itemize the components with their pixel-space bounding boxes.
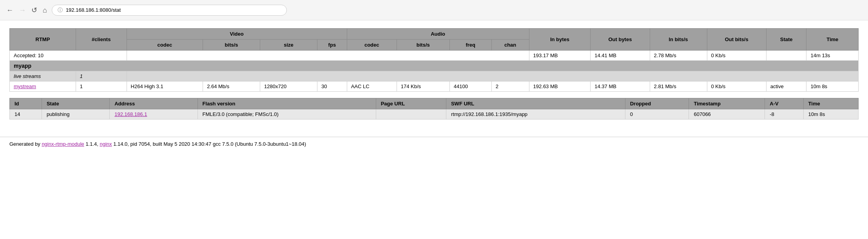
back-button[interactable]: ← xyxy=(6,7,13,14)
stream-vsize: 1280x720 xyxy=(260,81,317,92)
stream-inbits: 2.81 Mb/s xyxy=(650,81,707,92)
th-outbits: Out bits/s xyxy=(707,29,766,51)
footer-text3: 1.14.0, pid 7054, built May 5 2020 14:30… xyxy=(112,141,306,147)
forward-button[interactable]: → xyxy=(19,7,26,14)
footer: Generated by nginx-rtmp-module 1.1.4, ng… xyxy=(0,137,868,151)
th-vbits: bits/s xyxy=(203,40,260,51)
clients-table: Id State Address Flash version Page URL … xyxy=(9,98,859,120)
accepted-state xyxy=(766,51,806,61)
stream-outbits: 0 Kb/s xyxy=(707,81,766,92)
accepted-spacer xyxy=(127,51,529,61)
stream-abits: 174 Kb/s xyxy=(397,81,449,92)
client-av: -8 xyxy=(765,109,803,120)
address-bar[interactable]: ⓘ xyxy=(52,5,287,16)
th-inbytes: In bytes xyxy=(529,29,591,51)
stream-afreq: 44100 xyxy=(449,81,491,92)
footer-link2[interactable]: nginx xyxy=(100,141,112,147)
nav-buttons: ← → ↺ ⌂ xyxy=(6,7,47,14)
footer-text2: 1.1.4, xyxy=(84,141,100,147)
cth-time: Time xyxy=(803,98,858,109)
client-pageurl xyxy=(376,109,446,120)
cth-flash: Flash version xyxy=(198,98,376,109)
accepted-outbits: 0 Kb/s xyxy=(707,51,766,61)
footer-text1: Generated by xyxy=(9,141,42,147)
th-video: Video xyxy=(127,29,347,40)
th-state: State xyxy=(766,29,806,51)
livestreams-spacer xyxy=(127,71,858,81)
accepted-row: Accepted: 10 193.17 MB 14.41 MB 2.78 Mb/… xyxy=(10,51,859,61)
th-acodec: codec xyxy=(347,40,397,51)
myapp-label: myapp xyxy=(10,61,859,71)
cth-swfurl: SWF URL xyxy=(446,98,625,109)
url-input[interactable] xyxy=(66,7,281,13)
accepted-outbytes: 14.41 MB xyxy=(591,51,650,61)
th-vsize: size xyxy=(260,40,317,51)
stream-name[interactable]: mystream xyxy=(10,81,76,92)
stream-time: 10m 8s xyxy=(806,81,859,92)
home-button[interactable]: ⌂ xyxy=(43,7,47,14)
footer-link1[interactable]: nginx-rtmp-module xyxy=(42,141,84,147)
th-achan: chan xyxy=(491,40,529,51)
client-flash: FMLE/3.0 (compatible; FMSc/1.0) xyxy=(198,109,376,120)
stream-clients: 1 xyxy=(76,81,127,92)
th-abits: bits/s xyxy=(397,40,449,51)
stream-state: active xyxy=(766,81,806,92)
cth-id: Id xyxy=(10,98,42,109)
livestreams-label: live streams xyxy=(10,71,76,81)
client-row: 14 publishing 192.168.186.1 FMLE/3.0 (co… xyxy=(10,109,859,120)
client-id: 14 xyxy=(10,109,42,120)
stream-acodec: AAC LC xyxy=(347,81,397,92)
client-time: 10m 8s xyxy=(803,109,858,120)
th-afreq: freq xyxy=(449,40,491,51)
client-swfurl: rtmp://192.168.186.1:1935/myapp xyxy=(446,109,625,120)
myapp-row: myapp xyxy=(10,61,859,71)
accepted-time: 14m 13s xyxy=(806,51,859,61)
client-dropped: 0 xyxy=(625,109,689,120)
livestreams-count: 1 xyxy=(76,71,127,81)
livestreams-row: live streams 1 xyxy=(10,71,859,81)
stats-table: RTMP #clients Video Audio In bytes Out b… xyxy=(9,28,859,92)
cth-timestamp: Timestamp xyxy=(689,98,765,109)
th-inbits: In bits/s xyxy=(650,29,707,51)
info-icon: ⓘ xyxy=(58,7,63,14)
cth-av: A-V xyxy=(765,98,803,109)
stream-row: mystream 1 H264 High 3.1 2.64 Mb/s 1280x… xyxy=(10,81,859,92)
accepted-label: Accepted: 10 xyxy=(10,51,127,61)
stream-vfps: 30 xyxy=(317,81,347,92)
accepted-inbits: 2.78 Mb/s xyxy=(650,51,707,61)
th-vcodec: codec xyxy=(127,40,203,51)
stream-outbytes: 14.37 MB xyxy=(591,81,650,92)
accepted-inbytes: 193.17 MB xyxy=(529,51,591,61)
stream-vcodec: H264 High 3.1 xyxy=(127,81,203,92)
cth-address: Address xyxy=(110,98,198,109)
th-clients: #clients xyxy=(76,29,127,51)
cth-dropped: Dropped xyxy=(625,98,689,109)
reload-button[interactable]: ↺ xyxy=(31,7,37,14)
th-outbytes: Out bytes xyxy=(591,29,650,51)
client-state: publishing xyxy=(42,109,109,120)
stream-achan: 2 xyxy=(491,81,529,92)
cth-state: State xyxy=(42,98,109,109)
stream-inbytes: 192.63 MB xyxy=(529,81,591,92)
th-audio: Audio xyxy=(347,29,529,40)
client-address[interactable]: 192.168.186.1 xyxy=(110,109,198,120)
stream-vbits: 2.64 Mb/s xyxy=(203,81,260,92)
client-timestamp: 607066 xyxy=(689,109,765,120)
clients-section: Id State Address Flash version Page URL … xyxy=(9,98,859,120)
main-content: RTMP #clients Video Audio In bytes Out b… xyxy=(0,20,868,135)
th-vfps: fps xyxy=(317,40,347,51)
browser-chrome: ← → ↺ ⌂ ⓘ xyxy=(0,0,868,20)
cth-pageurl: Page URL xyxy=(376,98,446,109)
th-time: Time xyxy=(806,29,859,51)
th-rtmp: RTMP xyxy=(10,29,76,51)
